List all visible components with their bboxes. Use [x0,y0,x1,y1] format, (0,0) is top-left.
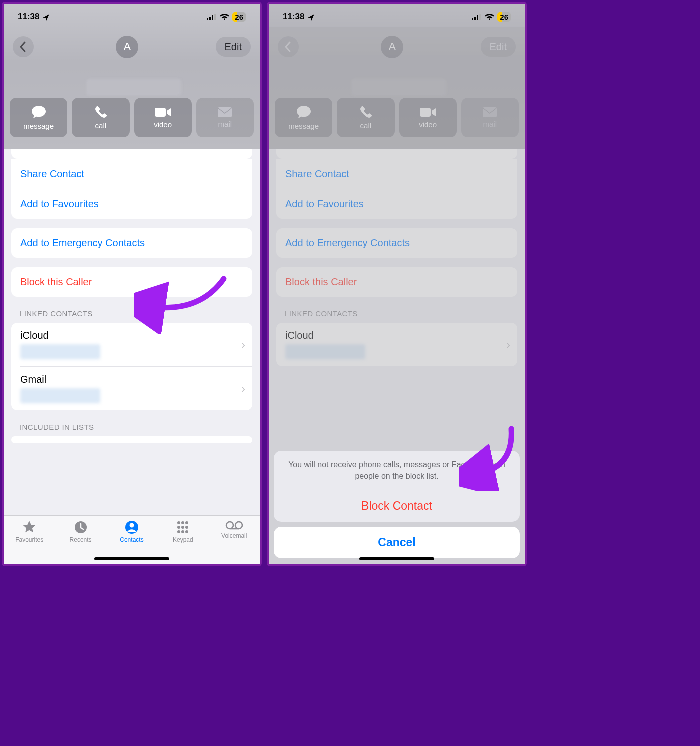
star-icon [22,520,37,535]
svg-point-13 [182,526,184,529]
call-label: call [96,122,107,130]
svg-rect-4 [212,16,214,20]
tab-favourites[interactable]: Favourites [6,520,54,564]
send-message-row-partial[interactable]: Send Message [12,149,252,159]
svg-point-16 [182,530,184,534]
svg-point-19 [236,522,242,529]
status-bar: 11:38 26 [269,4,525,27]
chevron-right-icon: › [242,382,246,396]
cellular-icon [472,14,482,20]
video-label: video [154,120,172,129]
phone-icon [94,106,108,120]
add-emergency-row[interactable]: Add to Emergency Contacts [12,228,252,258]
contact-avatar: A [116,36,138,58]
person-icon [124,520,140,535]
svg-rect-2 [207,18,208,20]
message-tile[interactable]: message [10,98,68,138]
location-icon [308,14,315,22]
action-tiles: message call video mail [10,98,254,138]
tab-contacts-label: Contacts [120,536,144,544]
wifi-icon [220,14,230,20]
redacted-value [20,344,100,360]
screenshot-right: A Edit message call video mail 11:38 26 … [267,2,527,566]
cancel-button[interactable]: Cancel [274,527,520,558]
voicemail-icon [226,520,244,531]
svg-point-9 [178,522,180,524]
svg-point-17 [186,530,188,534]
keypad-icon [176,520,190,535]
nav-bar: A Edit [4,32,260,62]
tab-keypad-label: Keypad [173,536,194,544]
svg-rect-5 [214,14,216,20]
svg-rect-3 [210,17,211,20]
back-button[interactable] [13,36,34,58]
screenshot-left: A Edit message call video mail [2,2,262,566]
battery-indicator: 26 [232,12,246,22]
svg-rect-1 [218,108,232,118]
mail-icon [218,107,232,118]
tab-favourites-label: Favourites [16,536,44,544]
status-bar: 11:38 26 [4,4,260,27]
clock-icon [74,520,88,535]
cellular-icon [207,14,217,20]
svg-point-14 [186,526,188,529]
svg-point-15 [178,530,180,534]
svg-rect-25 [477,16,478,20]
add-favourites-row[interactable]: Add to Favourites [12,190,252,219]
mail-tile: mail [196,98,254,138]
avatar-initial: A [124,40,131,54]
contact-name-redacted [86,79,182,96]
battery-level: 26 [235,13,244,22]
svg-point-12 [178,526,180,529]
annotation-arrow [134,269,234,334]
edit-button[interactable]: Edit [216,37,251,57]
svg-rect-26 [480,14,481,20]
share-contact-row[interactable]: Share Contact [12,160,252,189]
svg-point-8 [130,524,134,528]
home-indicator[interactable] [360,558,434,560]
status-time: 11:38 [18,12,40,22]
tab-voicemail-label: Voicemail [222,532,247,540]
message-icon [31,105,47,120]
linked-gmail-label: Gmail [20,374,100,386]
home-indicator[interactable] [94,558,170,560]
wifi-icon [485,14,494,20]
svg-rect-0 [155,108,166,117]
video-tile[interactable]: video [134,98,192,138]
tab-voicemail[interactable]: Voicemail [210,520,258,564]
svg-point-10 [182,522,184,524]
redacted-value [20,388,100,404]
linked-icloud-label: iCloud [20,330,100,342]
call-tile[interactable]: call [72,98,130,138]
included-lists-header: INCLUDED IN LISTS [4,410,260,436]
mail-label: mail [218,120,232,128]
video-icon [154,106,172,118]
location-icon [42,14,50,22]
message-label: message [24,122,54,130]
linked-gmail-row[interactable]: Gmail › [12,367,252,410]
svg-rect-24 [474,17,476,20]
battery-indicator: 26 [498,12,511,22]
annotation-arrow [459,422,527,492]
chevron-left-icon [19,41,28,53]
contact-detail-scroll[interactable]: Send Message Share Contact Add to Favour… [4,149,260,564]
edit-label: Edit [225,42,242,53]
tab-recents-label: Recents [70,536,92,544]
svg-rect-23 [472,18,474,20]
chevron-right-icon: › [242,338,246,352]
svg-point-11 [186,522,188,524]
svg-point-18 [226,522,234,529]
block-contact-button[interactable]: Block Contact [274,490,520,522]
